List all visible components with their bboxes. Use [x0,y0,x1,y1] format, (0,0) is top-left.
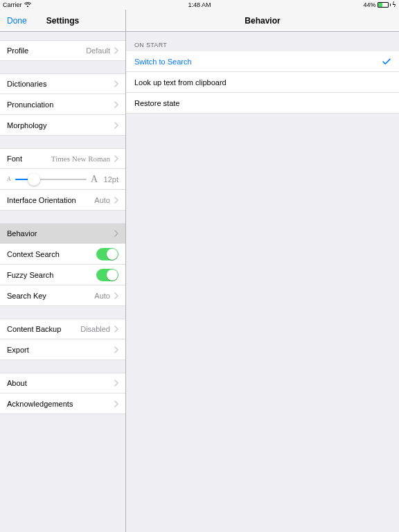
row-value: Auto [94,292,110,300]
clock: 1:48 AM [0,1,399,8]
checkmark-icon [382,58,391,65]
row-font[interactable]: Font Times New Roman [0,148,125,169]
row-label: Fuzzy Search [7,271,96,279]
row-about[interactable]: About [0,373,125,393]
status-bar: Carrier 1:48 AM 44% ϟ [0,0,399,10]
row-label: Profile [7,46,86,55]
detail-pane: Behavior On Start Switch to Search Look … [126,10,399,532]
chevron-right-icon [114,197,118,204]
row-label: Font [7,154,51,163]
row-label: Interface Orientation [7,196,94,204]
chevron-right-icon [114,292,118,299]
detail-title: Behavior [126,10,399,32]
big-a-icon: A [91,174,98,185]
option-label: Switch to Search [134,57,382,66]
row-fuzzy-search[interactable]: Fuzzy Search [0,265,125,285]
sidebar-header: Done Settings [0,10,125,32]
option-switch-to-search[interactable]: Switch to Search [126,51,399,72]
row-label: Behavior [7,229,114,238]
option-label: Restore state [134,99,391,107]
row-acknowledgements[interactable]: Acknowledgements [0,393,125,414]
row-value: Auto [94,196,110,204]
row-export[interactable]: Export [0,339,125,360]
row-orientation[interactable]: Interface Orientation Auto [0,190,125,211]
row-label: Search Key [7,292,94,300]
row-morphology[interactable]: Morphology [0,115,125,136]
section-header-on-start: On Start [126,32,399,51]
row-context-search[interactable]: Context Search [0,244,125,265]
settings-sidebar: Done Settings Profile Default Dictionari… [0,10,126,532]
chevron-right-icon [114,326,118,332]
row-label: Pronunciation [7,100,114,109]
row-pronunciation[interactable]: Pronunciation [0,94,125,115]
chevron-right-icon [114,400,118,407]
row-value: Disabled [80,325,110,333]
battery-percent: 44% [363,1,375,8]
chevron-right-icon [114,122,118,129]
option-restore-state[interactable]: Restore state [126,93,399,114]
chevron-right-icon [114,80,118,87]
fuzzy-search-toggle[interactable] [96,269,118,281]
row-profile[interactable]: Profile Default [0,40,125,61]
battery-icon [378,2,391,8]
row-value: Times New Roman [51,154,110,163]
chevron-right-icon [114,101,118,108]
context-search-toggle[interactable] [96,248,118,260]
chevron-right-icon [114,230,118,237]
row-label: Dictionaries [7,80,114,88]
wifi-icon [24,2,31,8]
carrier-label: Carrier [3,1,22,8]
row-dictionaries[interactable]: Dictionaries [0,73,125,94]
row-label: Morphology [7,121,114,130]
font-size-value: 12pt [102,175,118,184]
row-label: Acknowledgements [7,400,114,408]
chevron-right-icon [114,380,118,387]
done-button[interactable]: Done [0,16,34,26]
row-search-key[interactable]: Search Key Auto [0,285,125,306]
charging-icon: ϟ [392,1,396,8]
row-label: Content Backup [7,325,80,333]
row-content-backup[interactable]: Content Backup Disabled [0,319,125,339]
row-label: Export [7,346,114,354]
small-a-icon: A [7,176,11,182]
option-lookup-clipboard[interactable]: Look up text from clipboard [126,72,399,93]
row-value: Default [86,46,110,55]
chevron-right-icon [114,155,118,162]
chevron-right-icon [114,47,118,54]
chevron-right-icon [114,346,118,353]
font-size-slider[interactable] [15,179,87,180]
option-label: Look up text from clipboard [134,78,391,87]
row-label: About [7,379,114,387]
row-font-size[interactable]: A A 12pt [0,169,125,190]
row-label: Context Search [7,250,96,258]
row-behavior[interactable]: Behavior [0,223,125,244]
